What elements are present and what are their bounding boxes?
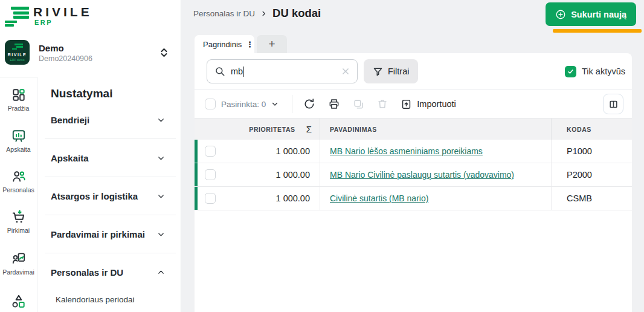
- cell-kodas: P1000: [567, 146, 592, 156]
- sales-screen-icon: [11, 251, 27, 267]
- rail-item-apskaita[interactable]: Apskaita: [0, 128, 37, 153]
- create-new-label: Sukurti naują: [571, 10, 626, 19]
- sum-icon[interactable]: Σ: [306, 124, 312, 134]
- cell-pavadinimas-link[interactable]: MB Nario Civilinė paslaugų sutartis (vad…: [330, 170, 514, 180]
- nav-item-personalas-ir-du[interactable]: Personalas ir DU: [37, 253, 181, 291]
- tab-pagrindinis[interactable]: Pagrindinis ⋮: [195, 35, 254, 53]
- cell-pavadinimas-link[interactable]: MB Nario lėšos asmeniniams poreikiams: [330, 146, 483, 156]
- chevron-down-icon: [157, 192, 165, 200]
- page-header: Personalas ir DU DU kodai Sukurti naują: [181, 0, 644, 35]
- row-checkbox[interactable]: [205, 193, 216, 204]
- add-tab-button[interactable]: +: [257, 35, 287, 53]
- select-all-checkbox[interactable]: [205, 99, 216, 109]
- refresh-button[interactable]: [303, 98, 315, 110]
- content-card: mb Filtrai Tik aktyvūs: [195, 53, 632, 312]
- du-codes-table: PRIORITETAS Σ PAVADINIMAS KODAS 1 000.00…: [195, 118, 632, 210]
- nav-item-bendrieji[interactable]: Bendrieji: [37, 101, 181, 138]
- refresh-icon: [303, 98, 315, 110]
- rail-item-pardavimai[interactable]: Pardavimai: [0, 251, 37, 276]
- shapes-icon: [11, 294, 27, 310]
- workspace-code: Demo20240906: [39, 54, 92, 63]
- nav-subitem-kalendoriaus-periodai[interactable]: Kalendoriaus periodai: [37, 291, 181, 308]
- active-only-label: Tik aktyvūs: [582, 67, 625, 76]
- selected-dropdown[interactable]: Pasirinkta: 0: [205, 99, 279, 109]
- column-header-kodas[interactable]: KODAS: [567, 126, 591, 133]
- nav-item-label: Atsargos ir logistika: [51, 191, 138, 201]
- filter-row: mb Filtrai Tik aktyvūs: [195, 53, 632, 89]
- divider: [292, 95, 292, 113]
- chevron-down-icon: [157, 154, 165, 162]
- search-icon: [214, 66, 225, 77]
- row-status-stripe: [195, 187, 198, 210]
- cell-kodas: P2000: [567, 170, 592, 180]
- main-area: Personalas ir DU DU kodai Sukurti naują …: [181, 0, 644, 312]
- trash-icon: [377, 99, 388, 109]
- checkbox-checked-icon[interactable]: [565, 66, 576, 77]
- cell-prioritetas: 1 000.00: [216, 170, 320, 180]
- create-new-button[interactable]: Sukurti naują: [546, 2, 636, 26]
- rail-item-pirkimai[interactable]: Pirkimai: [0, 209, 37, 234]
- breadcrumb-parent[interactable]: Personalas ir DU: [193, 9, 255, 18]
- home-grid-icon: [11, 87, 27, 103]
- cell-prioritetas: 1 000.00: [216, 146, 320, 156]
- filters-button[interactable]: Filtrai: [364, 59, 418, 83]
- columns-icon: [608, 99, 619, 109]
- brand-sub: ERP: [34, 19, 53, 26]
- table-row: 1 000.00 Civilinė sutartis (MB nario) CS…: [195, 187, 632, 210]
- tab-kebab-menu-icon[interactable]: ⋮: [245, 40, 255, 49]
- text-caret: [243, 67, 244, 77]
- rail-item-shapes[interactable]: [0, 294, 37, 310]
- nav-item-label: Bendrieji: [51, 115, 89, 125]
- rail-item-pradzia[interactable]: Pradžia: [0, 87, 37, 112]
- nav-item-atsargos-ir-logistika[interactable]: Atsargos ir logistika: [37, 177, 181, 215]
- rail-label: Apskaita: [0, 146, 37, 153]
- copy-icon: [353, 99, 364, 110]
- table-row: 1 000.00 MB Nario Civilinė paslaugų suta…: [195, 163, 632, 187]
- row-status-stripe: [195, 163, 198, 186]
- search-input[interactable]: mb: [207, 59, 358, 83]
- column-header-pavadinimas[interactable]: PAVADINIMAS: [330, 126, 377, 133]
- table-toolbar: Pasirinkta: 0: [195, 90, 632, 118]
- chevron-down-icon: [157, 230, 165, 238]
- chevron-right-icon: [260, 10, 267, 17]
- delete-button-disabled[interactable]: [377, 99, 388, 109]
- search-value: mb: [231, 67, 243, 76]
- rail-item-personalas[interactable]: Personalas: [0, 169, 37, 193]
- row-checkbox[interactable]: [205, 169, 216, 180]
- nav-item-apskaita[interactable]: Apskaita: [37, 139, 181, 177]
- rivile-logo-icon: [5, 7, 29, 27]
- clear-search-icon[interactable]: [341, 67, 350, 76]
- nav-heading: Nustatymai: [51, 86, 181, 101]
- import-button[interactable]: Importuoti: [401, 99, 456, 110]
- tab-bar: Pagrindinis ⋮ +: [195, 35, 287, 53]
- print-button[interactable]: [328, 98, 340, 110]
- settings-nav: Nustatymai Bendrieji Apskaita Atsargos i…: [37, 77, 181, 312]
- nav-item-label: Personalas ir DU: [51, 267, 123, 278]
- icon-rail: Pradžia Apskaita Personalas: [0, 77, 37, 312]
- row-status-stripe: [195, 140, 198, 163]
- import-file-icon: [401, 99, 412, 110]
- rail-label: Pirkimai: [0, 227, 37, 234]
- column-header-prioritetas[interactable]: PRIORITETAS: [249, 126, 295, 133]
- chevron-up-icon: [157, 268, 165, 276]
- chart-board-icon: [11, 128, 27, 144]
- cell-kodas: CSMB: [567, 193, 592, 203]
- nav-item-pardavimai-ir-pirkimai[interactable]: Pardavimai ir pirkimai: [37, 215, 181, 253]
- brand-name: RIVILE: [33, 5, 92, 19]
- funnel-icon: [373, 67, 383, 77]
- unfold-icon[interactable]: [159, 47, 169, 61]
- import-label: Importuoti: [417, 99, 456, 109]
- workspace-avatar: RIVILE ERP demo: [5, 40, 30, 65]
- workspace-selector[interactable]: RIVILE ERP demo Demo Demo20240906: [0, 37, 181, 69]
- table-row: 1 000.00 MB Nario lėšos asmeniniams pore…: [195, 140, 632, 163]
- copy-button-disabled[interactable]: [353, 99, 364, 110]
- column-settings-button[interactable]: [603, 94, 623, 114]
- breadcrumb: Personalas ir DU DU kodai: [193, 0, 321, 27]
- orange-indicator-bar: [553, 29, 642, 33]
- active-only-toggle[interactable]: Tik aktyvūs: [565, 66, 625, 77]
- rail-label: Personalas: [0, 186, 37, 193]
- plus-circle-icon: [555, 9, 566, 20]
- cell-pavadinimas-link[interactable]: Civilinė sutartis (MB nario): [330, 193, 428, 203]
- row-checkbox[interactable]: [205, 146, 216, 157]
- left-panel: RIVILE ERP RIVILE ERP demo Demo Demo2024…: [0, 0, 181, 312]
